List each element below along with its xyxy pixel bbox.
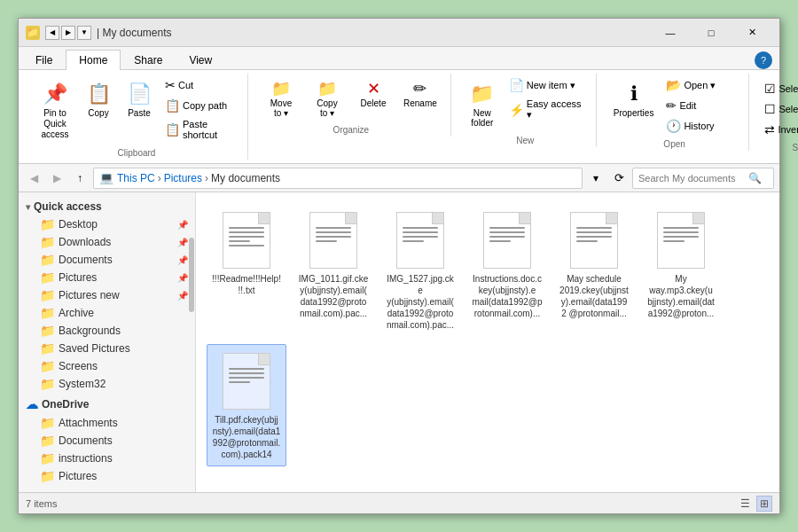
new-label: New <box>516 132 534 145</box>
breadcrumb-this-pc[interactable]: This PC <box>117 172 155 184</box>
sidebar-item-backgrounds[interactable]: 📁 Backgrounds <box>19 322 195 340</box>
up-button[interactable]: ↑ <box>70 168 90 188</box>
sidebar-item-desktop[interactable]: 📁 Desktop 📌 <box>19 215 195 233</box>
rename-button[interactable]: ✏ Rename <box>397 75 443 112</box>
properties-button[interactable]: ℹ Properties <box>607 75 661 122</box>
properties-label: Properties <box>614 108 654 118</box>
icons-view-button[interactable]: ⊞ <box>756 496 772 512</box>
maximize-button[interactable]: □ <box>691 19 732 47</box>
file-till-pdf[interactable]: Till.pdf.ckey(ubjj nsty).email(data1 992… <box>207 344 286 466</box>
file-img1527[interactable]: IMG_1527.jpg.cke y(ubjjnsty).email(data1… <box>380 203 460 337</box>
edit-label: Edit <box>679 100 696 111</box>
sidebar-item-instructions[interactable]: 📁 instructions <box>19 450 195 467</box>
help-button[interactable]: ? <box>755 51 772 69</box>
rename-label: Rename <box>403 98 437 108</box>
edit-icon: ✏ <box>666 98 677 113</box>
history-label: History <box>684 121 714 131</box>
file-may-schedule[interactable]: May schedule 2019.ckey(ubjjnst y).email(… <box>554 203 634 337</box>
file-img1011[interactable]: IMG_1011.gif.ckey(ubjjnsty).email(data19… <box>293 203 373 337</box>
select-group: ☑ Select all ☐ Select none ⇄ Invert sele… <box>753 74 798 154</box>
sidebar-item-documents[interactable]: 📁 Documents 📌 <box>19 251 195 269</box>
file-readme[interactable]: !!!Readme!!!Help!!!.txt <box>207 203 286 337</box>
file-area: !!!Readme!!!Help!!!.txt IMG_1011.gif.c <box>196 192 779 492</box>
sidebar-item-od-pictures[interactable]: 📁 Pictures <box>19 467 195 485</box>
pin-icon: 📌 <box>41 80 69 108</box>
details-view-button[interactable]: ☰ <box>737 496 753 512</box>
sidebar-item-pictures-new[interactable]: 📁 Pictures new 📌 <box>19 286 195 304</box>
attachments-label: Attachments <box>59 417 118 429</box>
cut-button[interactable]: ✂ Cut <box>160 75 240 95</box>
backgrounds-icon: 📁 <box>40 324 55 338</box>
onedrive-header[interactable]: ☁ OneDrive <box>19 395 195 414</box>
readme-name: !!!Readme!!!Help!!!.txt <box>211 273 282 296</box>
pin-to-quick-access-button[interactable]: 📌 Pin to Quickaccess <box>33 75 77 145</box>
invert-selection-button[interactable]: ⇄ Invert selection <box>760 120 798 139</box>
pictures-icon: 📁 <box>40 270 55 285</box>
paste-button[interactable]: 📄 Paste <box>120 75 159 122</box>
quick-access-header[interactable]: ▾ Quick access <box>19 198 195 215</box>
title-back-btn[interactable]: ◀ <box>45 26 59 40</box>
copy-to-button[interactable]: 📁 Copyto ▾ <box>305 75 349 121</box>
easy-access-button[interactable]: ⚡ Easy access ▾ <box>505 96 589 123</box>
downloads-label: Downloads <box>59 236 111 248</box>
archive-icon: 📁 <box>40 306 55 320</box>
pin-indicator-pics: 📌 <box>177 273 188 283</box>
refresh-button[interactable]: ⟳ <box>609 168 629 188</box>
doc-lines-4 <box>489 227 525 245</box>
sidebar-item-downloads[interactable]: 📁 Downloads 📌 <box>19 233 195 251</box>
sidebar-item-archive[interactable]: 📁 Archive <box>19 304 195 322</box>
doc-lines-2 <box>316 227 351 245</box>
move-to-button[interactable]: 📁 Moveto ▾ <box>259 75 303 121</box>
minimize-button[interactable]: — <box>650 19 691 47</box>
forward-button[interactable]: ▶ <box>47 168 66 188</box>
tab-view[interactable]: View <box>176 50 225 70</box>
close-button[interactable]: ✕ <box>732 19 772 47</box>
search-input[interactable] <box>638 173 745 184</box>
file-my-way[interactable]: My way.mp3.ckey(u bjjnsty).email(dat a19… <box>641 203 721 337</box>
od-documents-icon: 📁 <box>40 434 55 448</box>
history-button[interactable]: 🕐 History <box>661 116 741 136</box>
tab-share[interactable]: Share <box>121 50 176 70</box>
paste-shortcut-button[interactable]: 📋 Paste shortcut <box>160 116 240 143</box>
breadcrumb-pictures[interactable]: Pictures <box>164 172 202 184</box>
breadcrumb: 💻 This PC › Pictures › My documents <box>93 168 583 189</box>
window-controls: — □ ✕ <box>650 19 772 47</box>
address-bar: ◀ ▶ ↑ 💻 This PC › Pictures › My document… <box>19 164 779 192</box>
delete-button[interactable]: ✕ Delete <box>351 75 395 112</box>
move-to-label: Moveto ▾ <box>270 98 292 118</box>
sidebar-item-saved-pictures[interactable]: 📁 Saved Pictures <box>19 340 195 357</box>
dropdown-button[interactable]: ▾ <box>586 168 606 188</box>
tab-home[interactable]: Home <box>66 50 121 70</box>
history-icon: 🕐 <box>666 119 681 133</box>
sidebar-item-od-documents[interactable]: 📁 Documents <box>19 432 195 450</box>
title-forward-btn[interactable]: ▶ <box>61 26 75 40</box>
tab-file[interactable]: File <box>22 50 66 70</box>
rename-icon: ✏ <box>413 79 426 98</box>
open-button[interactable]: 📂 Open ▾ <box>661 75 741 95</box>
copy-path-button[interactable]: 📋 Copy path <box>160 96 240 115</box>
new-folder-button[interactable]: 📁 Newfolder <box>462 75 503 132</box>
title-down-btn[interactable]: ▼ <box>77 26 91 40</box>
clipboard-label: Clipboard <box>118 145 156 158</box>
od-pictures-icon: 📁 <box>40 469 55 483</box>
back-button[interactable]: ◀ <box>24 168 43 188</box>
pin-indicator-pnew: 📌 <box>177 291 188 301</box>
sidebar-item-attachments[interactable]: 📁 Attachments <box>19 414 195 432</box>
img1011-icon <box>305 209 362 271</box>
select-none-label: Select none <box>778 104 798 114</box>
select-all-button[interactable]: ☑ Select all <box>760 79 798 98</box>
sidebar-item-system32[interactable]: 📁 System32 <box>19 375 195 393</box>
delete-label: Delete <box>361 98 387 108</box>
doc-shape-2 <box>309 212 357 269</box>
new-item-button[interactable]: 📄 New item ▾ <box>505 75 589 95</box>
saved-pictures-icon: 📁 <box>40 341 55 356</box>
edit-button[interactable]: ✏ Edit <box>661 96 741 115</box>
file-instructions[interactable]: Instructions.doc.ckey(ubjjnsty).e mail(d… <box>467 203 547 337</box>
copy-button[interactable]: 📋 Copy <box>79 75 118 122</box>
sidebar-item-screens[interactable]: 📁 Screens <box>19 357 195 375</box>
paste-label: Paste <box>128 108 151 118</box>
sidebar-item-pictures[interactable]: 📁 Pictures 📌 <box>19 269 195 286</box>
pictures-label: Pictures <box>59 271 97 284</box>
select-none-button[interactable]: ☐ Select none <box>760 99 798 119</box>
new-folder-icon: 📁 <box>468 80 497 108</box>
